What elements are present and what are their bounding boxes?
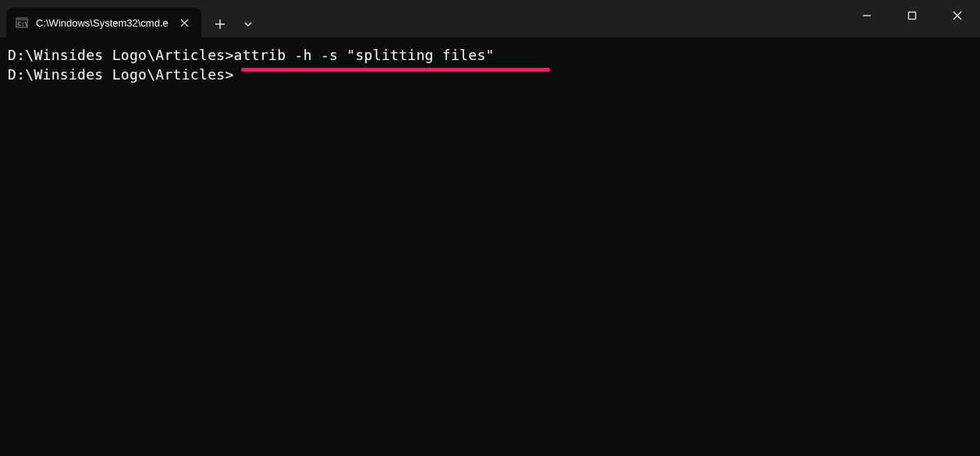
- minimize-button[interactable]: [844, 0, 889, 31]
- close-window-button[interactable]: [935, 0, 980, 31]
- cmd-icon: C:\: [16, 16, 28, 29]
- maximize-button[interactable]: [889, 0, 935, 31]
- svg-text:C:\: C:\: [18, 21, 28, 27]
- terminal-content[interactable]: D:\Winsides Logo\Articles>attrib -h -s "…: [0, 37, 980, 456]
- titlebar: C:\ C:\Windows\System32\cmd.e: [0, 0, 980, 37]
- terminal-line: D:\Winsides Logo\Articles>attrib -h -s "…: [8, 45, 972, 65]
- highlight-underline: [241, 68, 550, 72]
- svg-rect-1: [16, 18, 27, 20]
- tab-close-button[interactable]: [176, 14, 194, 31]
- tab-active[interactable]: C:\ C:\Windows\System32\cmd.e: [6, 8, 201, 37]
- window-controls: [844, 0, 980, 31]
- svg-rect-8: [909, 12, 916, 19]
- tab-strip: C:\ C:\Windows\System32\cmd.e: [0, 0, 261, 37]
- new-tab-button[interactable]: [206, 12, 234, 37]
- tab-title: C:\Windows\System32\cmd.e: [36, 17, 169, 29]
- tab-dropdown-button[interactable]: [236, 12, 261, 37]
